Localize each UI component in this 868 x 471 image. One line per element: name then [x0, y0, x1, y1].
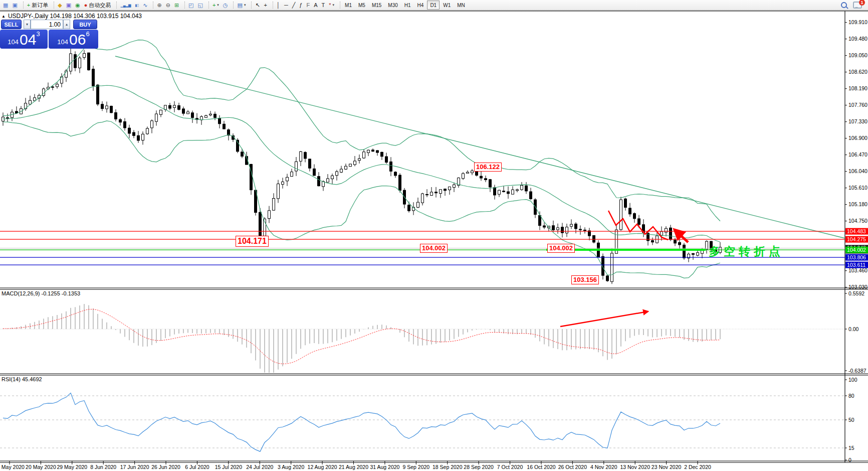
line-chart-icon[interactable]: ∿: [141, 1, 149, 10]
arrange-windows-icon: ◰: [188, 3, 193, 8]
svg-text:103.030: 103.030: [848, 284, 867, 290]
trendline-icon[interactable]: ╱: [290, 1, 298, 10]
toolbar-separator: [52, 2, 54, 9]
candlestick-chart-icon[interactable]: ▮▯: [133, 1, 141, 10]
symbol-marker-icon: ▲: [2, 14, 6, 19]
turning-point-annotation: 多空转折点: [709, 244, 784, 259]
cascade-windows-icon: ◱: [198, 3, 203, 8]
svg-text:106.040: 106.040: [848, 168, 867, 174]
macd-label: MACD(12,26,9) -0.1255 -0.1353: [2, 290, 80, 296]
new-order-button[interactable]: +新订单: [25, 1, 50, 10]
add-indicator-icon[interactable]: +▾: [210, 1, 221, 10]
fibonacci-icon[interactable]: ƒ: [297, 1, 304, 10]
svg-text:108.190: 108.190: [848, 85, 867, 91]
timeframe-h1[interactable]: H1: [401, 1, 414, 10]
text-label-icon: T: [322, 3, 325, 8]
arrange-windows-icon[interactable]: ◰: [186, 1, 195, 10]
search-icon[interactable]: [841, 2, 847, 8]
broadcast-icon[interactable]: ◉: [73, 1, 82, 10]
chart-template-icon: ▤: [237, 3, 242, 8]
volume-down-button[interactable]: ▾: [24, 20, 31, 29]
candlesticks: [2, 49, 722, 284]
toolbar-separator: [249, 2, 252, 9]
chart-template-icon-dropdown[interactable]: ▾: [244, 3, 246, 7]
vertical-line-icon[interactable]: │: [275, 1, 282, 10]
new-chart-icon[interactable]: ▦: [1, 1, 10, 10]
text-label-icon[interactable]: T: [320, 1, 327, 10]
toolbar-separator: [338, 2, 340, 9]
cascade-windows-icon[interactable]: ◱: [196, 1, 205, 10]
tile-windows-icon[interactable]: ⊞: [172, 1, 181, 10]
autotrading-button[interactable]: ●自动交易: [82, 1, 113, 10]
svg-text:109.480: 109.480: [848, 36, 867, 42]
horizontal-line-icon: ─: [284, 3, 288, 8]
sell-price-box[interactable]: 104 04 3: [0, 30, 48, 49]
svg-text:104.275: 104.275: [847, 236, 866, 242]
price-label-box[interactable]: 104.002: [547, 244, 575, 253]
chart-preview-icon[interactable]: ▣: [10, 1, 19, 10]
timeframe-mn[interactable]: MN: [454, 1, 468, 10]
text-icon[interactable]: A: [312, 1, 319, 10]
svg-text:104.750: 104.750: [848, 218, 867, 224]
chat-icon[interactable]: 1: [853, 2, 862, 9]
chart-canvas[interactable]: 109.910109.480109.050108.620108.190107.7…: [0, 11, 868, 471]
rsi-label: RSI(14) 45.4692: [2, 376, 42, 382]
price-label-box[interactable]: 103.156: [571, 275, 599, 284]
svg-text:16 Oct 2020: 16 Oct 2020: [527, 464, 555, 470]
price-label-box[interactable]: 106.122: [474, 163, 502, 172]
crosshair-icon: +: [264, 3, 267, 8]
bollinger-bands: [3, 40, 720, 278]
chart-template-icon[interactable]: ▤▾: [235, 1, 248, 10]
svg-text:103.806: 103.806: [847, 254, 866, 260]
timeframe-m30[interactable]: M30: [385, 1, 400, 10]
svg-text:11 May 2020: 11 May 2020: [0, 464, 25, 470]
notification-badge: 1: [859, 0, 865, 6]
arrows-icon[interactable]: *▾: [327, 1, 336, 10]
sell-button[interactable]: SELL: [1, 20, 22, 29]
timeframe-m5[interactable]: M5: [355, 1, 368, 10]
timeframe-w1[interactable]: W1: [440, 1, 454, 10]
price-label-box[interactable]: 104.002: [420, 244, 448, 253]
add-indicator-icon-dropdown[interactable]: ▾: [217, 3, 219, 7]
cursor-icon[interactable]: ↖: [253, 1, 262, 10]
svg-text:107.760: 107.760: [848, 102, 867, 108]
bar-chart-icon[interactable]: ▁▄▂▆: [118, 1, 133, 10]
horizontal-line-icon[interactable]: ─: [282, 1, 290, 10]
tile-windows-icon: ⊞: [174, 3, 179, 8]
period-clock-icon[interactable]: ◷: [221, 1, 230, 10]
svg-text:2 Dec 2020: 2 Dec 2020: [684, 464, 711, 470]
crosshair-icon[interactable]: +: [262, 1, 269, 10]
price-axis: 109.910109.480109.050108.620108.190107.7…: [845, 19, 868, 290]
volume-up-button[interactable]: ▴: [63, 20, 70, 29]
buy-price-prefix: 104: [57, 37, 68, 47]
arrows-icon-dropdown[interactable]: ▾: [333, 3, 335, 7]
timeframe-d1[interactable]: D1: [427, 1, 440, 10]
svg-text:15 Jul 2020: 15 Jul 2020: [215, 464, 242, 470]
buy-button[interactable]: BUY: [73, 20, 97, 29]
timeframe-h4[interactable]: H4: [414, 1, 427, 10]
svg-text:8 Jun 2020: 8 Jun 2020: [90, 464, 116, 470]
volume-input[interactable]: [31, 20, 63, 29]
descending-trendline[interactable]: [115, 56, 845, 238]
timeframe-m1[interactable]: M1: [342, 1, 355, 10]
macd-panel: 0.55920.00-0.6387: [0, 290, 866, 374]
one-click-trading-panel: SELL ▾ ▴ BUY 104 04 3 104 06 6: [0, 19, 99, 49]
zoom-in-icon[interactable]: ⊕: [155, 1, 163, 10]
svg-text:109.050: 109.050: [848, 52, 867, 58]
price-label-box[interactable]: 104.171: [236, 236, 269, 247]
vertical-line-icon: │: [277, 3, 280, 8]
zoom-in-icon: ⊕: [157, 3, 161, 8]
svg-text:3 Aug 2020: 3 Aug 2020: [278, 464, 304, 470]
macd-trend-arrow[interactable]: [560, 311, 648, 327]
svg-text:15: 15: [848, 445, 854, 451]
timeframe-m15[interactable]: M15: [369, 1, 384, 10]
zoom-out-icon[interactable]: ⊖: [164, 1, 172, 10]
buy-price-box[interactable]: 104 06 6: [49, 30, 98, 49]
timeframe-bar: M1M5M15M30H1H4D1W1MN: [342, 1, 468, 10]
rsi-line: [3, 393, 720, 452]
styles-icon[interactable]: ◆: [56, 1, 64, 10]
fibonacci-fan-icon[interactable]: F: [304, 1, 312, 10]
publish-icon[interactable]: ▣: [64, 1, 73, 10]
svg-text:9 Sep 2020: 9 Sep 2020: [402, 464, 429, 470]
add-indicator-icon: +: [212, 3, 215, 8]
